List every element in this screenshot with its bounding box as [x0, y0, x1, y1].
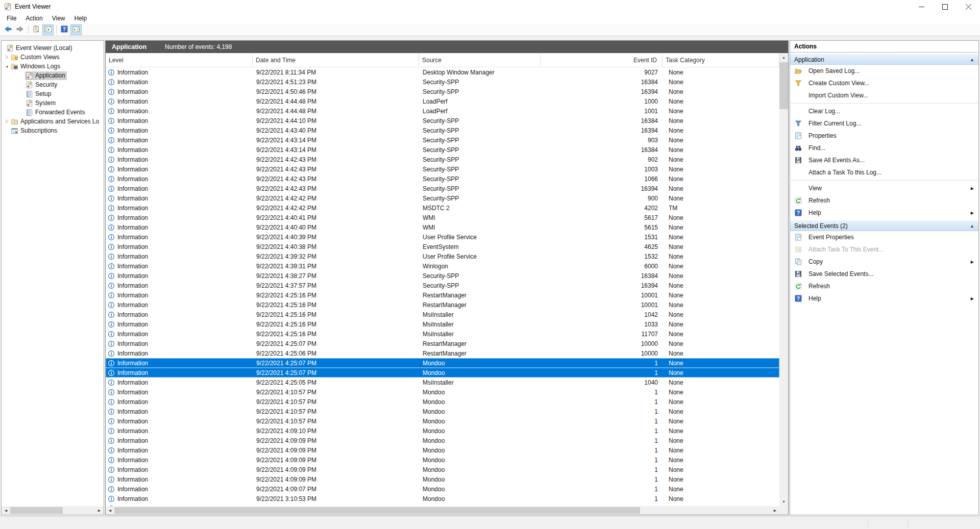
event-row[interactable]: Information9/22/2021 4:10:57 PMMondoo1No… [106, 416, 779, 426]
event-row[interactable]: Information9/22/2021 4:43:14 PMSecurity-… [106, 145, 779, 155]
action-save-selected-events[interactable]: Save Selected Events... [790, 268, 978, 280]
tree-item-applications-and-services-lo[interactable]: Applications and Services Lo [2, 117, 104, 126]
event-row[interactable]: Information9/22/2021 4:10:57 PMMondoo1No… [106, 407, 779, 416]
event-row[interactable]: Information9/22/2021 4:09:09 PMMondoo1No… [106, 455, 779, 465]
event-row[interactable]: Information9/22/2021 4:50:46 PMSecurity-… [106, 87, 779, 96]
action-save-all-events-as[interactable]: Save All Events As... [790, 154, 978, 166]
event-row[interactable]: Information9/22/2021 4:25:16 PMRestartMa… [106, 300, 779, 310]
tree-item-forwarded-events[interactable]: Forwarded Events [2, 108, 104, 117]
event-row[interactable]: Information9/22/2021 4:40:38 PMEventSyst… [106, 242, 779, 251]
help-button[interactable]: ? [59, 24, 70, 35]
menu-action[interactable]: Action [21, 14, 47, 23]
event-row[interactable]: Information9/22/2021 4:09:10 PMMondoo1No… [106, 426, 779, 436]
column-header-source[interactable]: Source [419, 53, 541, 67]
menu-file[interactable]: File [2, 14, 21, 23]
action-create-custom-view[interactable]: Create Custom View... [790, 77, 978, 89]
event-row[interactable]: Information9/22/2021 4:40:41 PMWMI5617No… [106, 213, 779, 222]
event-row[interactable]: Information9/22/2021 4:42:43 PMSecurity-… [106, 155, 779, 164]
action-help[interactable]: ?Help▶ [790, 292, 978, 305]
scroll-thumb[interactable] [10, 507, 63, 514]
event-row[interactable]: Information9/22/2021 4:42:42 PMSecurity-… [106, 193, 779, 203]
action-help[interactable]: ?Help▶ [790, 207, 978, 219]
event-row[interactable]: Information9/22/2021 4:38:27 PMSecurity-… [106, 271, 779, 281]
column-header-level[interactable]: Level [106, 53, 253, 67]
scroll-left-arrow[interactable]: ◀ [106, 506, 114, 515]
action-refresh[interactable]: Refresh [790, 194, 978, 207]
tree-item-system[interactable]: System [2, 98, 104, 108]
scroll-thumb[interactable] [779, 62, 788, 109]
event-row[interactable]: Information9/22/2021 4:09:09 PMMondoo1No… [106, 436, 779, 445]
chevron-collapsed-icon[interactable] [3, 54, 10, 61]
export-list-button[interactable] [31, 24, 42, 35]
tree-item-subscriptions[interactable]: Subscriptions [2, 126, 104, 135]
event-row[interactable]: Information9/22/2021 4:40:40 PMWMI5615No… [106, 222, 779, 232]
column-header-event-id[interactable]: Event ID [541, 53, 663, 67]
event-row[interactable]: Information9/22/2021 4:09:07 PMMondoo1No… [106, 484, 779, 494]
action-properties[interactable]: Properties [790, 130, 978, 142]
event-row[interactable]: Information9/22/2021 4:37:57 PMSecurity-… [106, 281, 779, 290]
event-row[interactable]: Information9/22/2021 4:42:43 PMSecurity-… [106, 184, 779, 193]
tree-item-setup[interactable]: Setup [2, 89, 104, 98]
tree-item-event-viewer-local[interactable]: Event Viewer (Local) [2, 43, 104, 53]
event-row[interactable]: Information9/22/2021 4:09:09 PMMondoo1No… [106, 474, 779, 484]
tree-item-application[interactable]: Application [2, 71, 104, 80]
event-row[interactable]: Information9/22/2021 4:43:40 PMSecurity-… [106, 125, 779, 135]
scroll-left-arrow[interactable]: ◀ [2, 506, 10, 515]
event-row[interactable]: Information9/22/2021 4:51:23 PMSecurity-… [106, 77, 779, 87]
collapse-section-icon[interactable]: ▲ [970, 221, 974, 232]
minimize-button[interactable] [910, 0, 933, 13]
event-row[interactable]: Information9/22/2021 4:42:43 PMSecurity-… [106, 164, 779, 174]
event-row[interactable]: Information9/22/2021 4:44:10 PMSecurity-… [106, 116, 779, 125]
scroll-down-arrow[interactable]: ▼ [779, 497, 788, 506]
event-row[interactable]: Information9/22/2021 4:25:16 PMMsiInstal… [106, 319, 779, 329]
scroll-up-arrow[interactable]: ▲ [779, 53, 788, 62]
scroll-thumb[interactable] [114, 507, 640, 514]
vertical-scrollbar[interactable]: ▲ ▼ [779, 53, 788, 506]
collapse-section-icon[interactable]: ▲ [970, 55, 974, 65]
event-row[interactable]: Information9/22/2021 4:25:05 PMMsiInstal… [106, 377, 779, 387]
chevron-expanded-icon[interactable] [3, 63, 10, 70]
action-clear-log[interactable]: Clear Log... [790, 105, 978, 117]
event-row[interactable]: Information9/22/2021 4:25:07 PMMondoo1No… [106, 358, 779, 368]
action-import-custom-view[interactable]: Import Custom View... [790, 89, 978, 102]
action-copy[interactable]: Copy▶ [790, 256, 978, 268]
event-row[interactable]: Information9/22/2021 4:25:07 PMRestartMa… [106, 339, 779, 348]
event-row[interactable]: Information9/22/2021 4:09:09 PMMondoo1No… [106, 465, 779, 474]
tree-horizontal-scrollbar[interactable]: ◀ ▶ [2, 506, 104, 515]
show-console-tree-button[interactable] [42, 24, 54, 35]
tree-item-custom-views[interactable]: Custom Views [2, 53, 104, 62]
event-row[interactable]: Information9/22/2021 4:42:43 PMSecurity-… [106, 174, 779, 184]
tree-item-security[interactable]: Security [2, 80, 104, 89]
event-row[interactable]: Information9/22/2021 4:39:32 PMUser Prof… [106, 251, 779, 261]
forward-button[interactable] [14, 24, 26, 35]
event-row[interactable]: Information9/22/2021 4:25:16 PMMsiInstal… [106, 310, 779, 319]
event-row[interactable]: Information9/22/2021 3:10:53 PMMondoo1No… [106, 494, 779, 503]
event-row[interactable]: Information9/22/2021 4:10:57 PMMondoo1No… [106, 387, 779, 397]
event-row[interactable]: Information9/22/2021 4:09:09 PMMondoo1No… [106, 445, 779, 455]
back-button[interactable] [3, 24, 14, 35]
action-find[interactable]: Find... [790, 142, 978, 154]
maximize-button[interactable] [933, 0, 957, 13]
action-refresh[interactable]: Refresh [790, 280, 978, 292]
event-row[interactable]: Information9/22/2021 4:39:31 PMWinlogon6… [106, 261, 779, 271]
list-horizontal-scrollbar[interactable]: ◀ ▶ [106, 506, 779, 515]
action-filter-current-log[interactable]: Filter Current Log... [790, 117, 978, 130]
show-action-pane-button[interactable] [70, 24, 82, 35]
column-header-date-and-time[interactable]: Date and Time [253, 53, 419, 67]
scroll-right-arrow[interactable]: ▶ [771, 506, 779, 515]
event-row[interactable]: Information9/22/2021 4:10:57 PMMondoo1No… [106, 397, 779, 407]
event-row[interactable]: Information9/22/2021 4:44:48 PMLoadPerf1… [106, 96, 779, 106]
event-row[interactable]: Information9/22/2021 4:25:07 PMMondoo1No… [106, 368, 779, 377]
menu-help[interactable]: Help [70, 14, 92, 23]
action-view[interactable]: View▶ [790, 182, 978, 194]
event-row[interactable]: Information9/22/2021 8:11:34 PMDesktop W… [106, 67, 779, 77]
action-open-saved-log[interactable]: Open Saved Log... [790, 65, 978, 77]
event-row[interactable]: Information9/22/2021 4:43:14 PMSecurity-… [106, 135, 779, 145]
scroll-right-arrow[interactable]: ▶ [95, 506, 104, 515]
close-button[interactable] [957, 0, 980, 13]
event-row[interactable]: Information9/22/2021 4:25:06 PMRestartMa… [106, 348, 779, 358]
column-header-task-category[interactable]: Task Category [663, 53, 779, 67]
event-row[interactable]: Information9/22/2021 4:40:39 PMUser Prof… [106, 232, 779, 242]
actions-section-header-application[interactable]: Application▲ [790, 54, 978, 65]
menu-view[interactable]: View [47, 14, 70, 23]
